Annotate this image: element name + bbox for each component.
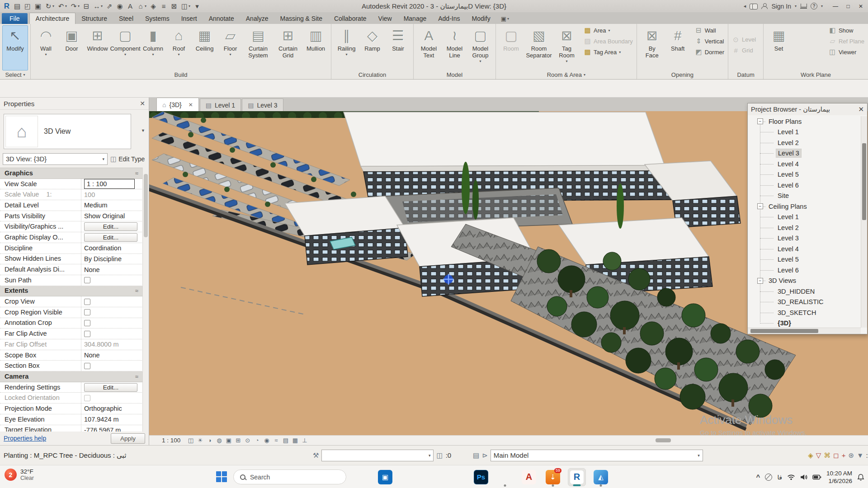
idm-icon[interactable]: ⇣ 59 [544,468,562,486]
checkbox[interactable] [84,363,90,369]
tag-area-button[interactable]: ▩ Tag Area ▾ [582,47,635,57]
text-icon[interactable]: A ▾ [125,2,135,11]
type-selector-dropdown-icon[interactable]: ▼ [141,128,145,133]
revit-logo-icon[interactable]: R ▾ [2,2,12,11]
select-by-face-icon[interactable]: ◻ [833,451,839,460]
grid-button[interactable]: # Grid ▾ [730,46,761,55]
taskbar-clock[interactable]: 10:20 AM 1/6/2026 [826,469,852,485]
node-ceiling-plans[interactable]: − Ceiling Plans [748,201,861,212]
revit-taskbar-icon[interactable]: R [568,468,586,486]
item-fp-level-5[interactable]: − Level 5 [748,169,861,180]
column-button[interactable]: ▮ Column ▾ [140,25,166,70]
property-row[interactable]: Sun Path [0,275,143,286]
item-cp-level-5[interactable]: − Level 5 [748,254,861,265]
show-crop-region-icon[interactable]: ⊞ [233,436,243,445]
property-row[interactable]: Visibility/Graphics ... Edit... Edit... [0,221,143,232]
property-row[interactable]: Extents [0,286,143,297]
tag-by-category-icon[interactable]: ◉ ▾ [115,2,125,11]
property-row[interactable]: Graphics [0,168,143,179]
constraints-icon[interactable]: ⊥ [300,436,309,445]
collapse-icon[interactable]: − [757,203,763,209]
edit-button[interactable]: Edit... [84,222,137,231]
browser-vscrollbar[interactable] [861,116,867,328]
lock-orientation-icon[interactable]: ⊙ [243,436,252,445]
door-button[interactable]: ▣ Door ▾ [59,25,85,70]
collapse-icon[interactable]: − [757,278,763,284]
apply-button[interactable]: Apply [111,433,145,444]
item-fp-level-6[interactable]: − Level 6 [748,180,861,191]
tab-architecture[interactable]: Architecture [29,13,76,24]
select-pinned-icon[interactable]: ⌘ [824,451,830,460]
select-links-icon[interactable]: ◈ [808,451,813,460]
save-icon[interactable]: ▣ ▾ [33,2,43,11]
active-workset-combo[interactable]: ▾ [321,450,434,461]
hidden-icons-chevron[interactable]: ^ [756,473,760,481]
level-button[interactable]: ⊙ Level ▾ [730,35,761,45]
set-work-plane-button[interactable]: ▦ Set ▾ [766,25,792,70]
minimize-button[interactable]: — [829,0,842,12]
app-store-icon[interactable] [800,4,807,9]
ribbon-display-toggle-icon[interactable]: ▣ [501,15,506,22]
item-fp-site[interactable]: − Site [748,191,861,202]
property-row[interactable]: Discipline Coordination Coordination [0,243,143,254]
tab-file[interactable]: File [2,13,28,24]
maximize-button[interactable]: □ [842,0,854,12]
weather-widget[interactable]: 2 32°F Clear [5,468,34,481]
properties-close-icon[interactable]: ✕ [140,100,145,107]
area-button[interactable]: ▩ Area ▾ [582,25,635,35]
default-3d-view-icon[interactable]: ⌂ ▾ [136,2,148,11]
edge-icon[interactable] [448,468,466,486]
vertical-opening-button[interactable]: ⇕ Vertical ▾ [693,36,726,46]
file-explorer-icon[interactable] [352,468,370,486]
canvas-hscrollbar[interactable] [312,437,866,444]
model-line-button[interactable]: ≀ Model Line ▾ [442,25,467,70]
sign-in-dropdown-icon[interactable]: ▾ [795,4,797,8]
aligned-dimension-icon[interactable]: ⇗ ▾ [104,2,114,11]
viewer-button[interactable]: ◫ Viewer ▾ [827,47,866,57]
item-fp-level-3[interactable]: − Level 3 [748,148,861,159]
item-3d-hidden[interactable]: − 3D_HIDDEN [748,286,861,297]
property-row[interactable]: Far Clip Offset 304.8000 m 304.8000 m [0,339,143,350]
photoshop-icon[interactable]: Ps [472,468,490,486]
visual-style-icon[interactable]: ◫ [186,436,195,445]
stair-button[interactable]: ☰ Stair ▾ [385,25,411,70]
view-tab-3d[interactable]: ⌂ {3D} ✕ [156,98,199,111]
filter-icon[interactable]: ▼ [857,451,863,459]
drag-on-selection-icon[interactable]: + [842,451,846,459]
collapse-icon[interactable]: − [757,118,763,124]
properties-icon[interactable]: ▤ ▾ [12,2,22,11]
background-processes-icon[interactable]: ⊛ [849,451,854,460]
design-options-combo[interactable]: Main Model ▾ [491,450,703,461]
mullion-button[interactable]: ▥ Mullion ▾ [303,25,329,70]
view-tab-level-3[interactable]: ▤ Level 3 [242,99,283,111]
search-icon[interactable] [750,4,758,9]
window-button[interactable]: ⊞ Window ▾ [85,25,110,70]
thin-lines-icon[interactable]: ≡ ▾ [159,2,169,11]
item-fp-level-4[interactable]: − Level 4 [748,159,861,169]
analytical-model-icon[interactable]: ▦ [290,436,300,445]
property-row[interactable]: Annotation Crop [0,318,143,329]
view-tab-level-1[interactable]: ▤ Level 1 [200,99,241,111]
photos-icon[interactable]: ◭ [592,468,610,486]
floor-button[interactable]: ▱ Floor ▾ [217,25,243,70]
ramp-button[interactable]: ◇ Ramp ▾ [359,25,385,70]
do-not-disturb-icon[interactable] [765,474,772,481]
start-button[interactable] [216,471,227,483]
item-3d-default[interactable]: − {3D} [748,318,861,328]
tab-structure[interactable]: Structure [75,13,113,24]
edit-type-button[interactable]: ◫ Edit Type [110,155,145,163]
show-work-plane-button[interactable]: ◧ Show ▾ [827,25,866,35]
project-browser-close-icon[interactable]: ✕ [858,105,864,113]
view-selector-combo[interactable]: 3D View: {3D} ▾ [3,153,108,165]
tab-systems[interactable]: Systems [139,13,175,24]
property-row[interactable]: Scale Value 1: 100 100 [0,189,143,200]
select-underlay-icon[interactable]: ▽ [816,451,821,460]
reveal-hidden-elements-icon[interactable]: ◉ [262,436,271,445]
exclude-options-icon[interactable]: ⊳ [482,451,488,460]
property-row[interactable]: Graphic Display O... Edit... Edit... [0,232,143,243]
tab-modify[interactable]: Modify [466,13,496,24]
tab-analyze[interactable]: Analyze [240,13,274,24]
checkbox[interactable] [84,331,90,337]
autocad-icon[interactable]: A [520,468,538,486]
measure-icon[interactable]: ↔ ▾ [92,2,104,11]
